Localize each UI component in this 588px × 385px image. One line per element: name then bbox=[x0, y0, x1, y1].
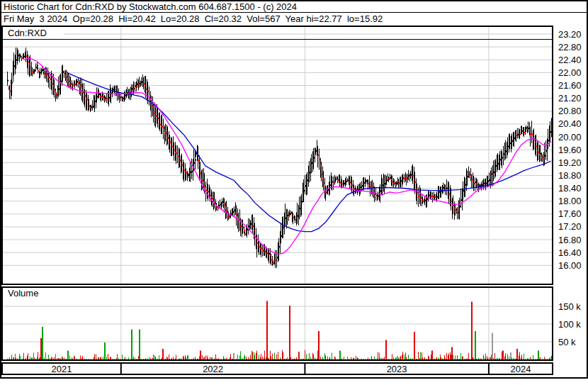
volume-bar bbox=[268, 358, 268, 359]
volume-bar bbox=[278, 352, 278, 359]
close-tick bbox=[453, 205, 454, 206]
price-bar bbox=[503, 146, 504, 165]
price-bar bbox=[339, 174, 339, 183]
close-tick bbox=[275, 260, 276, 261]
volume-bar bbox=[405, 352, 406, 359]
volume-bar bbox=[495, 359, 496, 359]
chart-title: Historic Chart for Cdn:RXD by Stockwatch… bbox=[4, 2, 297, 12]
close-tick bbox=[460, 199, 462, 201]
volume-bar bbox=[327, 357, 328, 359]
volume-bar bbox=[208, 358, 208, 359]
close-tick bbox=[333, 182, 334, 183]
price-bar bbox=[400, 177, 401, 187]
price-bar bbox=[137, 79, 137, 88]
volume-bar bbox=[21, 359, 22, 359]
close-tick bbox=[240, 225, 242, 227]
close-tick bbox=[301, 201, 303, 203]
price-bar bbox=[441, 186, 441, 198]
close-tick bbox=[505, 151, 507, 152]
year-label: 2022 bbox=[203, 364, 223, 374]
price-bar bbox=[504, 143, 505, 160]
volume-bar bbox=[179, 358, 180, 359]
volume-bar bbox=[199, 356, 200, 359]
price-bar bbox=[258, 235, 259, 252]
close-tick bbox=[337, 179, 339, 181]
price-bar bbox=[177, 145, 178, 163]
close-tick bbox=[92, 106, 94, 107]
price-bar bbox=[174, 143, 174, 161]
volume-bar bbox=[203, 357, 204, 359]
price-tick-label: 21.60 bbox=[558, 80, 582, 91]
volume-spike bbox=[492, 333, 493, 360]
volume-bar bbox=[183, 357, 184, 359]
volume-spike bbox=[516, 349, 518, 359]
volume-bar bbox=[128, 357, 129, 359]
volume-bar bbox=[509, 357, 509, 359]
volume-bar bbox=[108, 359, 109, 359]
close-tick bbox=[321, 174, 322, 175]
price-bar bbox=[322, 167, 323, 187]
price-bar bbox=[448, 182, 449, 204]
volume-bar bbox=[135, 357, 135, 359]
close-tick bbox=[212, 199, 213, 200]
volume-bar bbox=[51, 357, 52, 359]
price-tick-label: 23.20 bbox=[558, 29, 582, 40]
volume-bar bbox=[11, 359, 11, 359]
close-tick bbox=[530, 133, 531, 135]
close-tick bbox=[289, 213, 290, 215]
price-bar bbox=[519, 128, 519, 138]
price-bar bbox=[227, 207, 228, 221]
volume-spike bbox=[471, 302, 473, 360]
close-tick bbox=[50, 79, 51, 80]
close-tick bbox=[143, 84, 145, 85]
volume-bar bbox=[509, 359, 510, 359]
close-tick bbox=[48, 77, 50, 79]
volume-bar bbox=[483, 355, 484, 359]
price-bar bbox=[517, 128, 518, 139]
volume-bar bbox=[117, 354, 118, 359]
close-tick bbox=[344, 183, 345, 184]
volume-bar bbox=[451, 355, 451, 359]
volume-bar bbox=[138, 356, 139, 359]
price-bar bbox=[505, 140, 506, 160]
close-tick bbox=[319, 159, 320, 160]
volume-bar bbox=[544, 357, 545, 359]
close-tick bbox=[528, 128, 529, 129]
close-tick bbox=[190, 172, 191, 173]
price-bar bbox=[393, 178, 394, 188]
price-bar bbox=[334, 175, 335, 185]
volume-bar bbox=[296, 357, 297, 359]
volume-bar bbox=[33, 353, 34, 360]
close-tick bbox=[422, 201, 424, 202]
price-bar bbox=[154, 103, 155, 125]
volume-bar bbox=[396, 357, 397, 360]
price-bar bbox=[436, 194, 436, 200]
price-bar bbox=[181, 155, 181, 174]
volume-bar bbox=[321, 359, 322, 359]
close-tick bbox=[325, 191, 327, 193]
volume-spike bbox=[339, 351, 341, 360]
close-tick bbox=[151, 105, 152, 106]
volume-bar bbox=[430, 359, 431, 359]
volume-bar bbox=[347, 357, 348, 359]
volume-bar bbox=[357, 357, 358, 359]
close-tick bbox=[420, 197, 422, 199]
volume-bar bbox=[487, 356, 487, 359]
volume-bar bbox=[125, 357, 125, 359]
close-tick bbox=[16, 60, 17, 61]
price-bar bbox=[250, 221, 251, 230]
volume-bar bbox=[96, 359, 97, 360]
price-bar bbox=[323, 171, 324, 191]
volume-bar bbox=[448, 355, 448, 359]
volume-bar bbox=[275, 359, 276, 359]
price-bar bbox=[48, 71, 49, 87]
volume-bar bbox=[28, 353, 28, 359]
price-bar bbox=[199, 155, 200, 178]
close-tick bbox=[524, 132, 525, 133]
price-bar bbox=[485, 179, 486, 191]
volume-bar bbox=[254, 355, 255, 359]
volume-bar bbox=[46, 359, 47, 359]
price-bar bbox=[166, 125, 167, 145]
close-tick bbox=[457, 212, 458, 213]
volume-bar bbox=[497, 358, 497, 359]
